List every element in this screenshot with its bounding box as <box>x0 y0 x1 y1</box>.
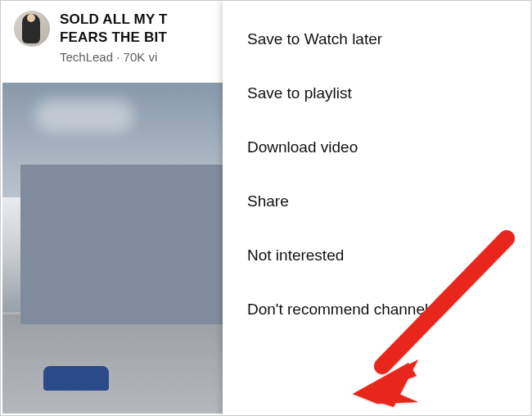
menu-dont-recommend[interactable]: Don't recommend channel <box>223 283 530 337</box>
thumbnail-vehicle <box>43 366 109 391</box>
menu-not-interested[interactable]: Not interested <box>223 228 530 283</box>
channel-avatar[interactable] <box>14 11 50 47</box>
context-menu: Save to Watch later Save to playlist Dow… <box>223 1 530 415</box>
menu-save-playlist[interactable]: Save to playlist <box>223 66 530 120</box>
menu-share[interactable]: Share <box>223 174 530 228</box>
thumbnail-cloud <box>35 99 133 132</box>
menu-download[interactable]: Download video <box>223 120 530 174</box>
menu-save-watch-later[interactable]: Save to Watch later <box>223 12 530 66</box>
